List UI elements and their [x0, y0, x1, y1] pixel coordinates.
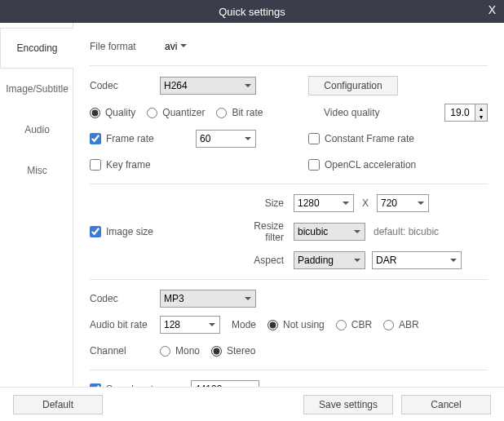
audio-bitrate-select[interactable]: 128	[160, 316, 220, 334]
close-icon[interactable]: X	[489, 3, 496, 16]
resize-filter-label: Resize filter	[237, 220, 294, 243]
tab-misc[interactable]: Misc	[0, 150, 73, 191]
mono-radio[interactable]: Mono	[160, 345, 200, 357]
separator	[90, 65, 488, 66]
size-label: Size	[237, 197, 294, 209]
tab-audio[interactable]: Audio	[0, 109, 73, 150]
quality-radio[interactable]: Quality	[90, 107, 135, 118]
video-quality-input[interactable]	[445, 104, 475, 121]
mode-abr-radio[interactable]: ABR	[383, 319, 419, 330]
audio-bitrate-label: Audio bit rate	[90, 319, 160, 330]
key-frame-checkbox[interactable]: Key frame	[90, 159, 196, 171]
aspect-label: Aspect	[237, 255, 294, 266]
separator	[90, 184, 488, 184]
separator	[90, 279, 488, 280]
cancel-button[interactable]: Cancel	[401, 395, 491, 414]
file-format-select[interactable]: avi	[160, 38, 192, 55]
tab-image-subtitle[interactable]: Image/Subtitle	[0, 69, 73, 109]
sample-rate-checkbox[interactable]: Sample rate	[90, 383, 191, 387]
size-x-label: X	[354, 197, 377, 209]
audio-codec-label: Codec	[90, 293, 160, 304]
image-size-checkbox[interactable]: Image size	[90, 226, 237, 237]
spinner-up-icon[interactable]: ▲	[475, 104, 487, 113]
tab-list: Encoding Image/Subtitle Audio Misc	[0, 23, 73, 387]
size-height-select[interactable]: 720	[377, 194, 429, 212]
spinner-down-icon[interactable]: ▼	[475, 113, 487, 121]
main-panel: File format avi Codec H264 Configuration…	[73, 23, 504, 387]
video-quality-spinner[interactable]: ▲▼	[444, 104, 488, 122]
constant-frame-rate-checkbox[interactable]: Constant Frame rate	[308, 133, 488, 144]
channel-label: Channel	[90, 345, 160, 357]
mode-cbr-radio[interactable]: CBR	[336, 319, 372, 330]
window-title: Quick settings	[219, 6, 285, 18]
separator	[90, 370, 488, 370]
mode-not-using-radio[interactable]: Not using	[267, 319, 325, 330]
aspect-mode-select[interactable]: Padding	[294, 251, 365, 269]
resize-filter-select[interactable]: bicubic	[294, 223, 365, 241]
footer: Default Save settings Cancel	[0, 387, 504, 421]
frame-rate-select[interactable]: 60	[196, 130, 256, 148]
aspect-ratio-select[interactable]: DAR	[372, 251, 462, 269]
sample-rate-select[interactable]: 44100	[191, 380, 259, 387]
frame-rate-checkbox[interactable]: Frame rate	[90, 133, 196, 144]
resize-filter-default: default: bicubic	[365, 226, 439, 237]
bitrate-radio[interactable]: Bit rate	[216, 107, 263, 118]
video-quality-label: Video quality	[324, 107, 405, 118]
size-width-select[interactable]: 1280	[294, 194, 354, 212]
tab-encoding[interactable]: Encoding	[0, 28, 73, 69]
default-button[interactable]: Default	[13, 395, 103, 414]
video-codec-label: Codec	[90, 80, 160, 91]
stereo-radio[interactable]: Stereo	[211, 345, 255, 357]
opencl-checkbox[interactable]: OpenCL acceleration	[308, 159, 488, 171]
titlebar: Quick settings X	[0, 0, 504, 23]
configuration-button[interactable]: Configuration	[308, 76, 398, 95]
audio-codec-select[interactable]: MP3	[160, 290, 256, 308]
save-settings-button[interactable]: Save settings	[303, 395, 393, 414]
file-format-label: File format	[90, 41, 160, 52]
quantizer-radio[interactable]: Quantizer	[147, 107, 205, 118]
mode-label: Mode	[220, 319, 267, 330]
video-codec-select[interactable]: H264	[160, 77, 256, 95]
